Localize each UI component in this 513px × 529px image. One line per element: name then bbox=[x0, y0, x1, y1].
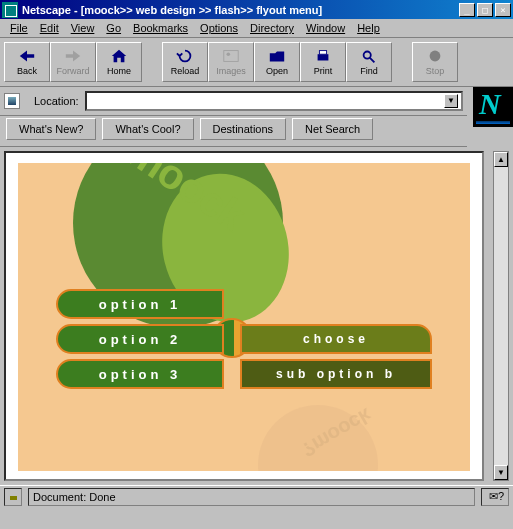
menu-go[interactable]: Go bbox=[102, 21, 125, 35]
suboption-b-button[interactable]: sub option b bbox=[240, 359, 432, 389]
images-icon bbox=[222, 48, 240, 64]
reload-label: Reload bbox=[171, 66, 200, 76]
find-icon bbox=[360, 48, 378, 64]
scroll-up-icon[interactable]: ▲ bbox=[494, 152, 508, 167]
netscape-logo bbox=[473, 87, 513, 127]
forward-label: Forward bbox=[56, 66, 89, 76]
close-button[interactable]: × bbox=[495, 3, 511, 17]
stop-icon bbox=[426, 48, 444, 64]
svg-rect-2 bbox=[318, 54, 329, 60]
images-button[interactable]: Images bbox=[208, 42, 254, 82]
svg-point-6 bbox=[430, 51, 441, 62]
images-label: Images bbox=[216, 66, 246, 76]
app-icon bbox=[2, 2, 18, 18]
minimize-button[interactable]: _ bbox=[459, 3, 475, 17]
find-label: Find bbox=[360, 66, 378, 76]
home-label: Home bbox=[107, 66, 131, 76]
menu-window[interactable]: Window bbox=[302, 21, 349, 35]
svg-point-4 bbox=[364, 52, 371, 59]
scroll-track[interactable] bbox=[494, 167, 508, 465]
back-arrow-icon bbox=[18, 48, 36, 64]
security-icon[interactable] bbox=[4, 488, 22, 506]
menu-bookmarks[interactable]: Bookmarks bbox=[129, 21, 192, 35]
statusbar: Document: Done ✉? bbox=[0, 485, 513, 507]
status-text: Document: Done bbox=[28, 488, 475, 506]
home-icon bbox=[110, 48, 128, 64]
location-label: Location: bbox=[26, 95, 79, 107]
whats-cool-button[interactable]: What's Cool? bbox=[102, 118, 193, 140]
forward-arrow-icon bbox=[64, 48, 82, 64]
menu-edit[interactable]: Edit bbox=[36, 21, 63, 35]
maximize-button[interactable]: □ bbox=[477, 3, 493, 17]
viewport: ?moock ?moock option 1 option 2 option 3… bbox=[4, 151, 484, 481]
reload-button[interactable]: Reload bbox=[162, 42, 208, 82]
choose-label[interactable]: choose bbox=[240, 324, 432, 354]
print-button[interactable]: Print bbox=[300, 42, 346, 82]
option-2-button[interactable]: option 2 bbox=[56, 324, 224, 354]
vertical-scrollbar[interactable]: ▲ ▼ bbox=[493, 151, 509, 481]
svg-rect-3 bbox=[319, 51, 326, 55]
print-label: Print bbox=[314, 66, 333, 76]
home-button[interactable]: Home bbox=[96, 42, 142, 82]
location-icon[interactable] bbox=[4, 93, 20, 109]
option-1-button[interactable]: option 1 bbox=[56, 289, 224, 319]
option-3-button[interactable]: option 3 bbox=[56, 359, 224, 389]
window-title: Netscape - [moock>> web design >> flash>… bbox=[22, 4, 459, 16]
menu-file[interactable]: File bbox=[6, 21, 32, 35]
flash-canvas: ?moock ?moock option 1 option 2 option 3… bbox=[18, 163, 470, 471]
key-icon bbox=[9, 490, 17, 504]
destinations-button[interactable]: Destinations bbox=[200, 118, 287, 140]
open-button[interactable]: Open bbox=[254, 42, 300, 82]
svg-point-1 bbox=[227, 52, 231, 56]
print-icon bbox=[314, 48, 332, 64]
back-button[interactable]: Back bbox=[4, 42, 50, 82]
scroll-down-icon[interactable]: ▼ bbox=[494, 465, 508, 480]
menu-view[interactable]: View bbox=[67, 21, 99, 35]
directory-row: What's New? What's Cool? Destinations Ne… bbox=[0, 116, 467, 147]
find-button[interactable]: Find bbox=[346, 42, 392, 82]
location-dropdown-icon[interactable]: ▼ bbox=[444, 94, 458, 108]
svg-line-5 bbox=[370, 58, 375, 63]
content-area: ?moock ?moock option 1 option 2 option 3… bbox=[0, 147, 513, 485]
titlebar: Netscape - [moock>> web design >> flash>… bbox=[0, 0, 513, 19]
net-search-button[interactable]: Net Search bbox=[292, 118, 373, 140]
stop-label: Stop bbox=[426, 66, 445, 76]
mail-status[interactable]: ✉? bbox=[481, 488, 509, 506]
menu-directory[interactable]: Directory bbox=[246, 21, 298, 35]
svg-rect-0 bbox=[224, 51, 238, 62]
menubar: File Edit View Go Bookmarks Options Dire… bbox=[0, 19, 513, 38]
reload-icon bbox=[176, 48, 194, 64]
menu-options[interactable]: Options bbox=[196, 21, 242, 35]
stop-button[interactable]: Stop bbox=[412, 42, 458, 82]
open-label: Open bbox=[266, 66, 288, 76]
svg-rect-7 bbox=[10, 496, 17, 500]
back-label: Back bbox=[17, 66, 37, 76]
menu-help[interactable]: Help bbox=[353, 21, 384, 35]
toolbar: Back Forward Home Reload Images Open Pri… bbox=[0, 38, 513, 87]
whats-new-button[interactable]: What's New? bbox=[6, 118, 96, 140]
location-input[interactable]: ▼ bbox=[85, 91, 463, 111]
open-icon bbox=[268, 48, 286, 64]
location-row: Location: ▼ bbox=[0, 87, 467, 116]
forward-button[interactable]: Forward bbox=[50, 42, 96, 82]
